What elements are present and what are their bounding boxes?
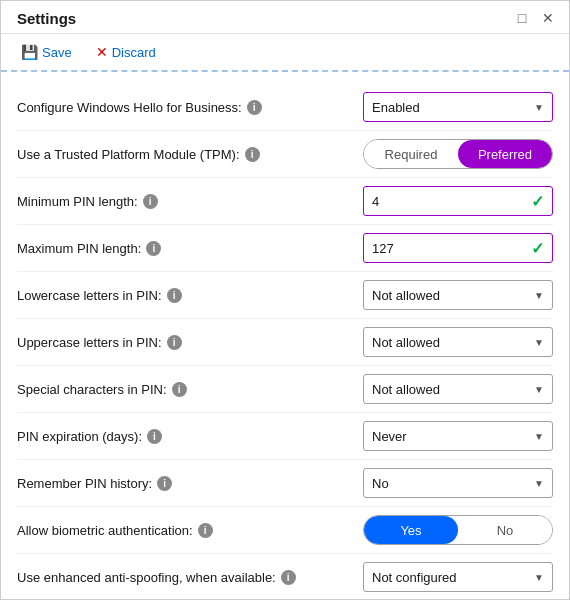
control-area-special: Not allowed ▼: [353, 374, 553, 404]
dropdown-value-expiration: Never: [372, 429, 407, 444]
control-area-configure-hello: Enabled ▼: [353, 92, 553, 122]
label-text-special: Special characters in PIN:: [17, 382, 167, 397]
setting-row-biometric: Allow biometric authentication: iYesNo: [17, 507, 553, 554]
setting-row-special: Special characters in PIN: iNot allowed …: [17, 366, 553, 413]
setting-row-max-pin: Maximum PIN length: i127 ✓: [17, 225, 553, 272]
info-icon-min-pin[interactable]: i: [143, 194, 158, 209]
dropdown-antispoofing[interactable]: Not configured ▼: [363, 562, 553, 592]
setting-label-special: Special characters in PIN: i: [17, 382, 317, 397]
label-text-expiration: PIN expiration (days):: [17, 429, 142, 444]
setting-row-expiration: PIN expiration (days): iNever ▼: [17, 413, 553, 460]
control-area-biometric: YesNo: [353, 515, 553, 545]
settings-content: Configure Windows Hello for Business: iE…: [1, 72, 569, 599]
chevron-down-icon: ▼: [534, 384, 544, 395]
info-icon-expiration[interactable]: i: [147, 429, 162, 444]
info-icon-lowercase[interactable]: i: [167, 288, 182, 303]
info-icon-tpm[interactable]: i: [245, 147, 260, 162]
input-value-max-pin: 127: [372, 241, 394, 256]
minimize-button[interactable]: □: [513, 9, 531, 27]
setting-label-lowercase: Lowercase letters in PIN: i: [17, 288, 317, 303]
control-area-uppercase: Not allowed ▼: [353, 327, 553, 357]
control-area-antispoofing: Not configured ▼: [353, 562, 553, 592]
dropdown-value-history: No: [372, 476, 389, 491]
chevron-down-icon: ▼: [534, 572, 544, 583]
setting-label-uppercase: Uppercase letters in PIN: i: [17, 335, 317, 350]
check-icon-min-pin: ✓: [531, 192, 544, 211]
label-text-uppercase: Uppercase letters in PIN:: [17, 335, 162, 350]
info-icon-max-pin[interactable]: i: [146, 241, 161, 256]
text-input-min-pin[interactable]: 4 ✓: [363, 186, 553, 216]
dropdown-configure-hello[interactable]: Enabled ▼: [363, 92, 553, 122]
setting-label-tpm: Use a Trusted Platform Module (TPM): i: [17, 147, 317, 162]
toggle-option-biometric-no[interactable]: No: [458, 516, 552, 544]
setting-row-configure-hello: Configure Windows Hello for Business: iE…: [17, 84, 553, 131]
setting-label-min-pin: Minimum PIN length: i: [17, 194, 317, 209]
settings-window: Settings □ ✕ 💾 Save ✕ Discard Configure …: [0, 0, 570, 600]
control-area-tpm: RequiredPreferred: [353, 139, 553, 169]
chevron-down-icon: ▼: [534, 478, 544, 489]
toggle-option-tpm-preferred[interactable]: Preferred: [458, 140, 552, 168]
discard-icon: ✕: [96, 44, 108, 60]
input-value-min-pin: 4: [372, 194, 379, 209]
setting-row-lowercase: Lowercase letters in PIN: iNot allowed ▼: [17, 272, 553, 319]
setting-row-uppercase: Uppercase letters in PIN: iNot allowed ▼: [17, 319, 553, 366]
close-button[interactable]: ✕: [539, 9, 557, 27]
setting-label-max-pin: Maximum PIN length: i: [17, 241, 317, 256]
dropdown-value-antispoofing: Not configured: [372, 570, 457, 585]
info-icon-uppercase[interactable]: i: [167, 335, 182, 350]
setting-row-tpm: Use a Trusted Platform Module (TPM): iRe…: [17, 131, 553, 178]
dropdown-special[interactable]: Not allowed ▼: [363, 374, 553, 404]
dropdown-history[interactable]: No ▼: [363, 468, 553, 498]
save-button[interactable]: 💾 Save: [17, 42, 76, 62]
label-text-lowercase: Lowercase letters in PIN:: [17, 288, 162, 303]
label-text-history: Remember PIN history:: [17, 476, 152, 491]
setting-label-expiration: PIN expiration (days): i: [17, 429, 317, 444]
window-controls: □ ✕: [513, 9, 557, 27]
setting-row-antispoofing: Use enhanced anti-spoofing, when availab…: [17, 554, 553, 599]
label-text-configure-hello: Configure Windows Hello for Business:: [17, 100, 242, 115]
info-icon-biometric[interactable]: i: [198, 523, 213, 538]
check-icon-max-pin: ✓: [531, 239, 544, 258]
info-icon-configure-hello[interactable]: i: [247, 100, 262, 115]
text-input-max-pin[interactable]: 127 ✓: [363, 233, 553, 263]
info-icon-antispoofing[interactable]: i: [281, 570, 296, 585]
chevron-down-icon: ▼: [534, 431, 544, 442]
info-icon-special[interactable]: i: [172, 382, 187, 397]
dropdown-value-special: Not allowed: [372, 382, 440, 397]
dropdown-lowercase[interactable]: Not allowed ▼: [363, 280, 553, 310]
control-area-max-pin: 127 ✓: [353, 233, 553, 263]
toggle-option-biometric-yes[interactable]: Yes: [364, 516, 458, 544]
save-icon: 💾: [21, 44, 38, 60]
control-area-lowercase: Not allowed ▼: [353, 280, 553, 310]
setting-label-history: Remember PIN history: i: [17, 476, 317, 491]
setting-label-configure-hello: Configure Windows Hello for Business: i: [17, 100, 317, 115]
setting-row-min-pin: Minimum PIN length: i4 ✓: [17, 178, 553, 225]
toggle-group-tpm: RequiredPreferred: [363, 139, 553, 169]
label-text-antispoofing: Use enhanced anti-spoofing, when availab…: [17, 570, 276, 585]
dropdown-uppercase[interactable]: Not allowed ▼: [363, 327, 553, 357]
chevron-down-icon: ▼: [534, 290, 544, 301]
toolbar: 💾 Save ✕ Discard: [1, 34, 569, 72]
discard-button[interactable]: ✕ Discard: [92, 42, 160, 62]
dropdown-value-lowercase: Not allowed: [372, 288, 440, 303]
setting-row-history: Remember PIN history: iNo ▼: [17, 460, 553, 507]
toggle-group-biometric: YesNo: [363, 515, 553, 545]
label-text-min-pin: Minimum PIN length:: [17, 194, 138, 209]
control-area-expiration: Never ▼: [353, 421, 553, 451]
control-area-min-pin: 4 ✓: [353, 186, 553, 216]
dropdown-value-configure-hello: Enabled: [372, 100, 420, 115]
info-icon-history[interactable]: i: [157, 476, 172, 491]
control-area-history: No ▼: [353, 468, 553, 498]
chevron-down-icon: ▼: [534, 337, 544, 348]
toggle-option-tpm-required[interactable]: Required: [364, 140, 458, 168]
dropdown-value-uppercase: Not allowed: [372, 335, 440, 350]
setting-label-biometric: Allow biometric authentication: i: [17, 523, 317, 538]
label-text-max-pin: Maximum PIN length:: [17, 241, 141, 256]
setting-label-antispoofing: Use enhanced anti-spoofing, when availab…: [17, 570, 317, 585]
chevron-down-icon: ▼: [534, 102, 544, 113]
window-title: Settings: [17, 10, 76, 27]
label-text-tpm: Use a Trusted Platform Module (TPM):: [17, 147, 240, 162]
label-text-biometric: Allow biometric authentication:: [17, 523, 193, 538]
dropdown-expiration[interactable]: Never ▼: [363, 421, 553, 451]
title-bar: Settings □ ✕: [1, 1, 569, 34]
